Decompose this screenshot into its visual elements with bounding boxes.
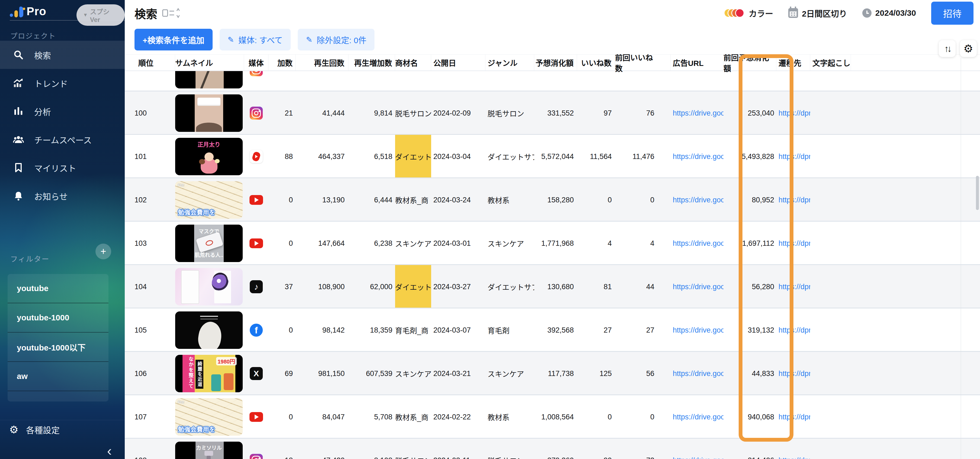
rank-cell: 107 <box>135 395 175 439</box>
teamspace-icon <box>13 134 24 145</box>
link-text[interactable]: https://drive.goog <box>673 456 724 459</box>
destination-link: https://dpr <box>776 135 810 178</box>
views_inc-cell: 8,108 <box>348 439 395 459</box>
video-thumbnail[interactable]: 勉強会費用をPro <box>175 181 243 218</box>
subscription-version-badge[interactable]: ▼ スプシVer <box>76 4 125 26</box>
sort-button[interactable]: ↑↓ <box>939 40 956 57</box>
link-text[interactable]: https://dpr <box>778 456 810 459</box>
kasu-cell: 0 <box>269 395 296 439</box>
column-header-7[interactable]: 公開日 <box>431 54 485 70</box>
column-header-0[interactable]: 順位 <box>135 54 175 70</box>
link-text[interactable]: https://drive.goog <box>673 283 724 291</box>
add-search-condition-button[interactable]: +検索条件を追加 <box>135 29 213 51</box>
column-header-6[interactable]: 商材名 <box>395 54 431 70</box>
date-cell: 2024-03-07 <box>431 308 485 352</box>
link-text[interactable]: https://dpr <box>778 326 810 335</box>
sidebar-item-search[interactable]: 検索 <box>0 41 125 69</box>
video-thumbnail[interactable] <box>175 268 243 306</box>
layout-toggle-button[interactable] <box>162 8 180 18</box>
kasu-cell: 88 <box>269 135 296 178</box>
media-filter-chip[interactable]: ✎ 媒体: すべて <box>220 29 291 51</box>
link-text[interactable]: https://dpr <box>778 196 810 204</box>
thumbnail-cell <box>175 265 244 308</box>
video-thumbnail[interactable] <box>175 71 243 88</box>
link-text[interactable]: https://drive.goog <box>673 326 724 335</box>
filter-item-aw[interactable]: aw <box>8 362 108 391</box>
date-selector[interactable]: 2024/03/30 <box>862 8 916 18</box>
video-thumbnail[interactable]: 正月太り <box>175 138 243 175</box>
sidebar-item-analysis[interactable]: 分析 <box>0 97 125 125</box>
video-thumbnail[interactable] <box>175 311 243 349</box>
sidebar-item-trend[interactable]: トレンド <box>0 69 125 97</box>
table-settings-button[interactable]: ⚙ <box>960 40 977 57</box>
column-header-5[interactable]: 再生増加数 <box>348 54 395 70</box>
link-text[interactable]: https://drive.goog <box>673 239 724 248</box>
sidebar-item-notice[interactable]: お知らせ <box>0 182 125 210</box>
column-header-10[interactable]: いいね数 <box>577 54 615 70</box>
likes-cell: 0 <box>577 395 615 439</box>
link-text[interactable]: https://drive.goog <box>673 370 724 378</box>
views-cell: 13,190 <box>296 178 348 222</box>
logo-icon <box>10 5 23 18</box>
add-filter-button[interactable]: + <box>95 244 111 259</box>
link-text[interactable]: https://drive.goog <box>673 109 724 118</box>
sidebar-item-mylist[interactable]: マイリスト <box>0 153 125 182</box>
ad-url-link <box>671 71 724 91</box>
video-thumbnail[interactable]: カミソリル <box>175 441 243 459</box>
column-header-2[interactable]: 媒体 <box>244 54 269 70</box>
likes-cell: 11,564 <box>577 135 615 178</box>
date-cell: 2024-03-24 <box>431 178 485 222</box>
link-text[interactable]: https://drive.goog <box>673 196 724 204</box>
column-header-1[interactable]: サムネイル <box>175 54 244 70</box>
color-toggle[interactable]: カラー <box>724 7 773 19</box>
exclude-filter-chip[interactable]: ✎ 除外設定: 0件 <box>298 29 374 51</box>
prev_spend-cell: 44,833 <box>724 352 776 395</box>
column-header-14[interactable]: 遷移先 <box>776 54 810 70</box>
likes-cell: 125 <box>577 352 615 395</box>
filter-item-youtube[interactable]: youtube <box>8 274 108 303</box>
prev_likes-cell <box>615 71 671 91</box>
link-text[interactable]: https://dpr <box>778 413 810 421</box>
link-text[interactable]: https://dpr <box>778 283 810 291</box>
link-text[interactable]: https://dpr <box>778 153 810 161</box>
transcript-cell <box>810 71 851 91</box>
prev_spend-cell: 940,068 <box>724 395 776 439</box>
vertical-scrollbar[interactable] <box>976 176 979 210</box>
column-header-9[interactable]: 予想消化額 <box>534 54 577 70</box>
prev_spend-cell: 1,697,112 <box>724 222 776 265</box>
spend-cell: 130,680 <box>534 265 577 308</box>
column-header-13[interactable]: 前回予想消化額 <box>724 54 776 70</box>
sidebar-collapse-button[interactable]: ‹ <box>107 444 112 458</box>
kasu-cell: 69 <box>269 352 296 395</box>
sidebar-item-teamspace[interactable]: チームスペース <box>0 125 125 153</box>
table-header-row: 順位サムネイル媒体加数再生回数再生増加数商材名公開日ジャンル予想消化額いいね数前… <box>125 54 980 71</box>
video-thumbnail[interactable]: マスクで肌荒れる人.. <box>175 225 243 262</box>
transcript-cell <box>810 135 851 178</box>
filter-item-youtube-1000[interactable]: youtube-1000 <box>8 303 108 333</box>
video-thumbnail[interactable] <box>175 94 243 132</box>
link-text[interactable]: https://drive.goog <box>673 153 724 161</box>
date-cell: 2024-03-11 <box>431 439 485 459</box>
column-header-3[interactable]: 加数 <box>269 54 296 70</box>
link-text[interactable]: https://drive.goog <box>673 413 724 421</box>
filter-item-youtube-1000以下[interactable]: youtube-1000以下 <box>8 333 108 362</box>
table-row-107: 107勉強会費用をPro084,0475,708教材系_商2024-02-22教… <box>125 395 980 439</box>
column-header-15[interactable]: 文字起こし <box>810 54 851 70</box>
invite-button[interactable]: 招待 <box>931 2 974 25</box>
sidebar-item-settings[interactable]: ⚙ 各種設定 <box>0 420 125 439</box>
video-thumbnail[interactable]: なかを整えて綺麗を近道1980円 <box>175 355 243 392</box>
column-header-11[interactable]: 前回いいね数 <box>615 54 671 70</box>
kasu-cell <box>269 71 296 91</box>
column-header-8[interactable]: ジャンル <box>485 54 534 70</box>
thumbnail-cell: 勉強会費用をPro <box>175 178 244 222</box>
video-thumbnail[interactable]: 勉強会費用をPro <box>175 398 243 436</box>
genre-cell: 教材系 <box>485 395 534 439</box>
interval-selector[interactable]: 2日間区切り <box>788 7 847 19</box>
prev_likes-cell: 56 <box>615 352 671 395</box>
link-text[interactable]: https://dpr <box>778 109 810 118</box>
prev_spend-cell: 56,280 <box>724 265 776 308</box>
link-text[interactable]: https://dpr <box>778 370 810 378</box>
link-text[interactable]: https://dpr <box>778 239 810 248</box>
column-header-4[interactable]: 再生回数 <box>296 54 348 70</box>
column-header-12[interactable]: 広告URL <box>671 54 724 70</box>
